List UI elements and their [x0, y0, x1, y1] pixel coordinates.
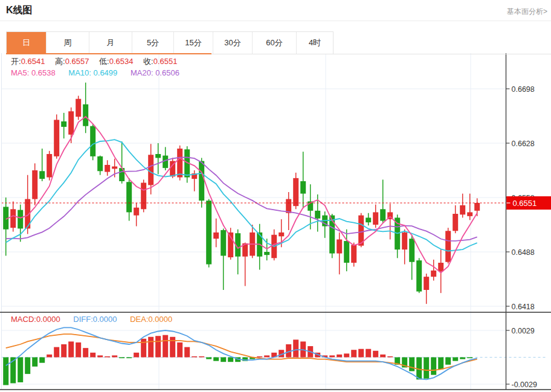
- close-label: 收:: [143, 57, 153, 66]
- macd-bar: [61, 344, 66, 357]
- macd-bar: [18, 358, 23, 382]
- macd-bar: [184, 347, 190, 358]
- macd-bar: [329, 355, 335, 357]
- candle-up: [453, 205, 458, 233]
- candle-down: [61, 113, 66, 138]
- ma20-number: 0.6506: [155, 68, 179, 77]
- macd-bar: [148, 337, 153, 358]
- candle-up: [351, 243, 356, 267]
- tab-15min[interactable]: 15分: [174, 32, 213, 54]
- candle-body: [10, 209, 16, 228]
- candle-body: [54, 120, 59, 156]
- ma20-value: MA20: 0.6506: [130, 68, 179, 77]
- candle-body: [416, 260, 422, 291]
- candle-body: [134, 208, 139, 216]
- ohlc-legend: 开:0.6541 高:0.6557 低:0.6534 收:0.6551: [11, 56, 185, 67]
- candle-body: [83, 104, 88, 126]
- header-divider: [0, 21, 551, 21]
- macd-bar: [68, 341, 74, 357]
- axis-tick-label: 0.6418: [512, 303, 535, 311]
- page-title: K线图: [6, 4, 33, 17]
- candle-body: [206, 201, 211, 264]
- macd-bar: [387, 356, 393, 358]
- candle-down: [409, 235, 414, 280]
- ma5-value: MA5: 0.6538: [11, 68, 56, 77]
- open-label: 开:: [11, 57, 21, 66]
- low-label: 低:: [99, 57, 109, 66]
- candle-body: [155, 154, 161, 158]
- candle-body: [177, 149, 182, 178]
- candle-down: [264, 239, 269, 260]
- macd-bar: [97, 355, 103, 357]
- macd-bar: [228, 358, 233, 362]
- macd-bar: [54, 347, 59, 358]
- candle-body: [351, 245, 356, 263]
- candle-body: [300, 181, 306, 194]
- candle-up: [402, 230, 407, 265]
- macd-bar: [192, 356, 197, 358]
- tab-month[interactable]: 月: [89, 32, 132, 54]
- dea-value: DEA:0.0000: [130, 315, 172, 324]
- candle-body: [402, 233, 407, 249]
- macd-bar: [337, 355, 342, 358]
- tab-30min[interactable]: 30分: [213, 32, 253, 54]
- ma10-value: MA10: 0.6499: [68, 68, 117, 77]
- candle-up: [228, 228, 233, 260]
- candle-up: [105, 160, 110, 176]
- candle-down: [366, 213, 371, 226]
- tabbar-underline-rest: [211, 54, 551, 54]
- macd-bar: [25, 358, 30, 374]
- price-tag-label: 0.6551: [513, 199, 537, 208]
- candle-down: [300, 152, 306, 208]
- macd-bar: [438, 358, 443, 370]
- candle-body: [460, 205, 465, 214]
- macd-bar: [366, 349, 371, 358]
- candle-up: [293, 173, 298, 209]
- macd-bar: [264, 355, 269, 357]
- dea-number: 0.0000: [149, 315, 173, 324]
- candle-up: [242, 243, 248, 286]
- macd-bar: [32, 358, 37, 367]
- candle-body: [279, 233, 284, 236]
- candle-body: [380, 209, 385, 220]
- macd-bar: [163, 335, 168, 358]
- candle-down: [235, 230, 240, 275]
- candle-down: [119, 141, 124, 183]
- tab-5min[interactable]: 5分: [132, 32, 174, 54]
- candle-down: [163, 147, 168, 170]
- candle-up: [387, 204, 393, 239]
- macd-bar: [453, 358, 458, 361]
- macd-bar: [344, 353, 349, 357]
- candle-up: [32, 163, 37, 205]
- macd-bar: [213, 358, 219, 361]
- tab-4hour[interactable]: 4时: [297, 32, 333, 54]
- candle-body: [424, 277, 429, 290]
- candle-up: [213, 219, 219, 248]
- candle-down: [83, 83, 88, 133]
- macd-bar: [126, 358, 132, 359]
- macd-legend: MACD:0.0000 DIFF:0.0000 DEA:0.0000: [11, 315, 183, 324]
- fundamental-analysis-link[interactable]: 基本面分析>: [507, 7, 547, 17]
- open-value: 开:0.6541: [11, 57, 45, 66]
- tab-60min[interactable]: 60分: [253, 32, 297, 54]
- candle-up: [76, 96, 81, 120]
- candle-up: [431, 260, 436, 281]
- candle-down: [90, 124, 95, 160]
- candle-up: [134, 203, 139, 227]
- macd-bar: [177, 342, 182, 358]
- candle-down: [257, 224, 262, 270]
- candle-body: [148, 155, 153, 185]
- macd-bar: [460, 358, 465, 359]
- axis-tick-label: 0.0029: [512, 327, 535, 335]
- macd-bar: [221, 358, 226, 362]
- candle-up: [177, 146, 182, 181]
- tab-day[interactable]: 日: [7, 32, 47, 54]
- candle-body: [373, 212, 378, 225]
- candle-body: [105, 165, 110, 172]
- macd-bar: [141, 339, 146, 358]
- axis-tick-label: -0.0029: [512, 381, 537, 389]
- macd-bar: [351, 350, 356, 357]
- tab-week[interactable]: 周: [47, 32, 89, 54]
- candle-body: [315, 211, 320, 219]
- candle-down: [344, 230, 349, 271]
